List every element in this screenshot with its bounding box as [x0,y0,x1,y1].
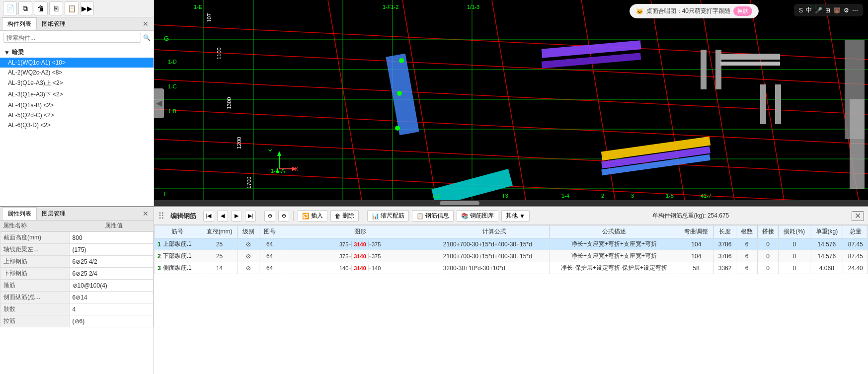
rebar-insert-button[interactable]: 🗑 删除 [330,210,359,222]
settings-icon[interactable]: ⚙ [844,7,849,14]
svg-text:1200: 1200 [236,137,242,149]
rebar-next-button[interactable]: ▶ [231,211,242,222]
copy2-component-button[interactable]: ⎘ [49,1,63,15]
separator-3 [363,211,363,221]
rebar-shape-2: 140 ┤ 3140 ├ 140 [280,262,440,274]
svg-text:1-1: 1-1 [432,193,440,199]
prop-value-6[interactable]: 4 [69,303,153,315]
bear-icon[interactable]: 🐻 [833,7,841,14]
svg-text:1-5: 1-5 [666,193,674,199]
rebar-splice-0: 0 [757,238,778,250]
rebar-info-button[interactable]: 📋 钢筋信息 [412,210,454,222]
prop-name-4: 箍筋 [0,280,70,292]
rebar-up-button[interactable]: ⊕ [264,211,275,222]
svg-text:1-C: 1-C [168,83,177,89]
viewport-collapse-arrow[interactable]: ◀ [154,88,164,118]
prop-value-2[interactable]: 6⊘25 4/2 [69,256,153,268]
rebar-library-button[interactable]: 📚 钢筋图库 [457,210,498,222]
prop-value-3[interactable]: 6⊘25 2/4 [69,268,153,280]
prop-name-0: 截面高度(mm) [0,232,70,244]
svg-rect-67 [701,50,707,89]
rebar-desc-2: 净长-保护层+设定弯折-保护层+设定弯折 [550,262,679,274]
tree-item-0[interactable]: AL-1(WQ1c-A1) <10> [0,58,154,68]
rebar-row-0[interactable]: 1 上部纵筋.1 25 ⊘ 64 375 ┤ [155,238,868,250]
cad-scrollbar-thumb[interactable] [440,201,479,205]
tree-item-5[interactable]: AL-5(Q2d-C) <2> [0,110,154,120]
props-panel-close[interactable]: ✕ [140,209,152,219]
prop-value-4[interactable]: ⊘10@100(4) [69,280,153,292]
tree-item-4[interactable]: AL-4(Q1a-B) <2> [0,100,154,110]
svg-text:41-7: 41-7 [701,193,711,199]
svg-rect-69 [720,54,780,60]
rebar-down-button[interactable]: ⊖ [278,211,289,222]
component-search-input[interactable] [3,33,141,43]
col-header-count: 根数 [736,225,757,238]
notification-text: 桌面合唱团：40只萌宠打字跟随 [646,7,730,15]
rebar-export-button[interactable]: 🔁 插入 [298,210,327,222]
tree-item-1[interactable]: AL-2(WQ2c-A2) <8> [0,68,154,77]
svg-rect-72 [775,84,781,124]
col-header-diameter: 直径(mm) [201,225,238,238]
tree-item-2[interactable]: AL-3(Q1e-A3)上 <2> [0,77,154,89]
paste-component-button[interactable]: 📋 [65,1,79,15]
prop-name-7: 拉筋 [0,315,70,327]
rebar-unitweight-2: 4.068 [810,262,843,274]
rebar-editor-panel: ⠿ 编辑钢筋 |◀ ◀ ▶ ▶| ⊕ ⊖ 🔁 插入 🗑 删除 📊 缩尺配筋 📋 … [154,207,868,374]
rebar-shrink-button[interactable]: 📊 缩尺配筋 [367,210,409,222]
rebar-panel-close[interactable]: ✕ [852,211,864,221]
delete-component-button[interactable]: 🗑 [34,1,48,15]
col-header-unitweight: 单重(kg) [810,225,843,238]
cad-horizontal-scrollbar[interactable] [154,200,868,206]
tab-component-list[interactable]: 构件列表 [2,17,37,30]
shape-mid-1: 3140 [354,253,366,259]
rebar-formula-0: 2100+700-30+15*d+400-30+15*d [440,238,549,250]
rebar-last-button[interactable]: ▶| [245,211,256,222]
svg-text:3: 3 [631,193,634,199]
prop-row-3: 下部钢筋 6⊘25 2/4 [0,268,154,280]
rebar-loss-2: 0 [779,262,810,274]
rebar-first-button[interactable]: |◀ [203,211,214,222]
new-component-button[interactable]: 📄 [3,1,17,15]
cad-viewport[interactable]: G F 1-E 1-F1-2 1/1-3 1-6 107 1100 1300 1… [154,0,868,206]
tree-item-6[interactable]: AL-6(Q3-D) <2> [0,120,154,130]
tab-drawing-manage[interactable]: 图纸管理 [37,18,71,30]
rebar-table-container[interactable]: 筋号 直径(mm) 级别 图号 图形 计算公式 公式描述 弯曲调整 长度 根数 … [154,225,868,374]
rebar-table-header: 筋号 直径(mm) 级别 图号 图形 计算公式 公式描述 弯曲调整 长度 根数 … [155,225,868,238]
prop-value-7[interactable]: (⊘6) [69,315,153,327]
rebar-shapeno-2: 64 [259,262,280,274]
copy-component-button[interactable]: ⧉ [18,1,32,15]
rebar-total-2: 24.40 [843,262,868,274]
rebar-total-1: 87.45 [843,250,868,262]
svg-text:2: 2 [601,193,604,199]
tab-layer-manage[interactable]: 图层管理 [37,208,71,220]
col-header-bend: 弯曲调整 [679,225,713,238]
tab-property-list[interactable]: 属性列表 [2,207,37,220]
mic-icon[interactable]: 🎤 [815,7,822,14]
component-panel-tabs: 构件列表 图纸管理 ✕ [0,17,154,31]
prop-row-0: 截面高度(mm) 800 [0,232,154,244]
prop-value-0[interactable]: 800 [69,232,153,244]
properties-panel: 属性列表 图层管理 ✕ 属性名称 属性值 截面高度(mm) 800 轴线距梁左 [0,207,154,374]
rebar-row-2[interactable]: 3 侧面纵筋.1 14 ⊘ 64 140 ┤ [155,262,868,274]
rebar-cell-name-2: 3 侧面纵筋.1 [155,262,201,274]
rebar-prev-button[interactable]: ◀ [217,211,228,222]
rebar-unitweight-0: 14.576 [810,238,843,250]
more-component-button[interactable]: ▶▶ [80,1,94,15]
rebar-row-1[interactable]: 2 下部纵筋.1 25 ⊘ 64 375 ┤ [155,250,868,262]
skin-change-button[interactable]: 换肤 [733,6,752,16]
col-header-total: 总量 [843,225,868,238]
component-panel-close[interactable]: ✕ [140,19,152,29]
svg-text:1-E: 1-E [194,4,202,10]
svg-text:1-B: 1-B [168,108,176,114]
more-icon[interactable]: ⋯ [852,7,858,14]
table-icon[interactable]: ⊞ [825,7,830,14]
rebar-bend-2: 58 [679,262,713,274]
svg-text:1-F1-2: 1-F1-2 [383,4,398,10]
tree-item-3[interactable]: AL-3(Q1e-A3)下 <2> [0,89,154,100]
tree-expand-icon[interactable]: ▼ [4,49,10,56]
prop-value-5[interactable]: 6⊘14 [69,292,153,303]
ime-chinese-label: 中 [806,6,812,14]
rebar-other-button[interactable]: 其他 ▼ [501,210,530,222]
prop-value-1[interactable]: (175) [69,244,153,256]
component-toolbar: 📄 ⧉ 🗑 ⎘ 📋 ▶▶ [0,0,154,17]
